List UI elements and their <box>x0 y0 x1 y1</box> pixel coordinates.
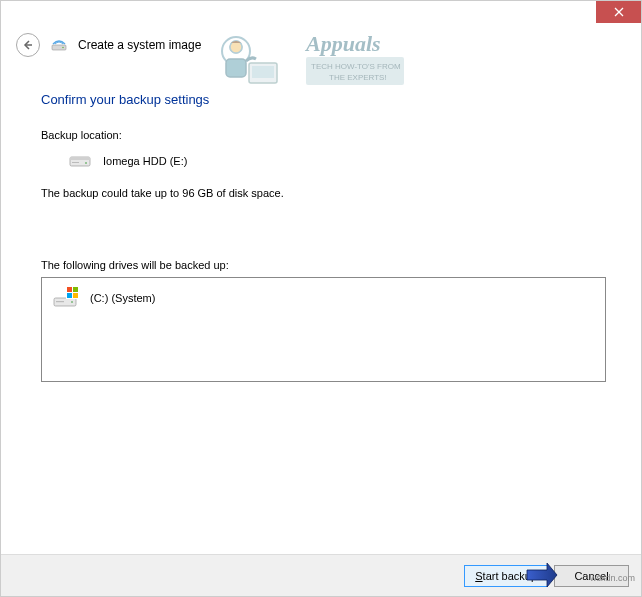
header: Create a system image <box>1 23 641 62</box>
svg-point-10 <box>71 301 73 303</box>
heading: Confirm your backup settings <box>41 92 606 107</box>
hdd-icon <box>69 153 91 169</box>
system-image-icon <box>50 36 68 54</box>
backup-location-value: Iomega HDD (E:) <box>103 155 187 167</box>
button-label: tart backup <box>483 570 537 582</box>
backup-location-row: Iomega HDD (E:) <box>41 153 606 169</box>
back-button[interactable] <box>16 33 40 57</box>
mnemonic: S <box>475 570 482 582</box>
svg-rect-6 <box>70 157 90 160</box>
svg-point-4 <box>62 47 64 49</box>
disk-space-text: The backup could take up to 96 GB of dis… <box>41 187 606 199</box>
page-title: Create a system image <box>78 38 201 52</box>
svg-rect-8 <box>72 162 79 163</box>
system-drive-icon <box>52 286 80 310</box>
start-backup-button[interactable]: Start backup <box>464 565 548 587</box>
svg-rect-14 <box>73 287 78 292</box>
titlebar <box>1 1 641 23</box>
list-item: (C:) (System) <box>52 286 595 310</box>
svg-rect-3 <box>52 45 66 50</box>
backup-location-label: Backup location: <box>41 129 606 141</box>
svg-rect-15 <box>67 293 72 298</box>
svg-rect-13 <box>67 287 72 292</box>
svg-point-7 <box>85 162 87 164</box>
cancel-button[interactable]: Cancel <box>554 565 629 587</box>
close-button[interactable] <box>596 1 641 23</box>
drives-label: The following drives will be backed up: <box>41 259 606 271</box>
arrow-left-icon <box>22 39 34 51</box>
content-area: Confirm your backup settings Backup loca… <box>1 62 641 392</box>
drives-list: (C:) (System) <box>41 277 606 382</box>
dialog-window: Create a system image Confirm your backu… <box>0 0 642 597</box>
footer: Start backup Cancel <box>1 554 641 596</box>
close-icon <box>614 7 624 17</box>
svg-rect-11 <box>56 301 64 302</box>
drive-name: (C:) (System) <box>90 292 155 304</box>
svg-rect-16 <box>73 293 78 298</box>
